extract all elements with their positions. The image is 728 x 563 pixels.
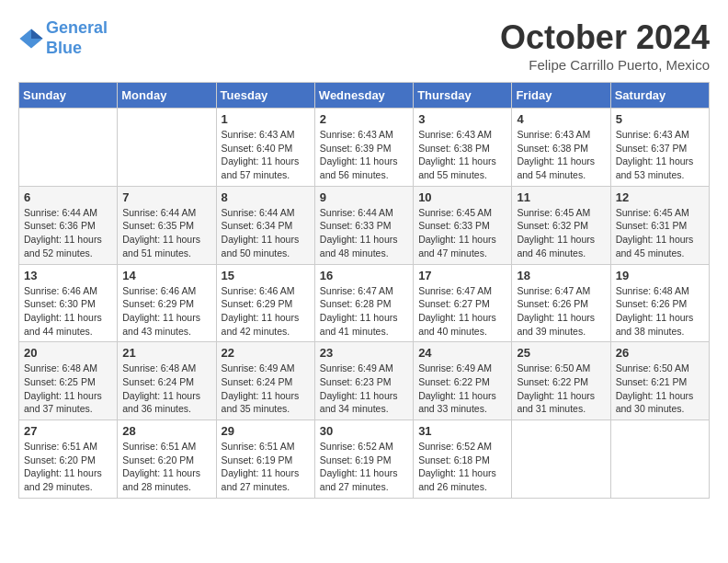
day-number: 26: [616, 346, 704, 360]
week-row-3: 13 Sunrise: 6:46 AM Sunset: 6:30 PM Dayl…: [19, 264, 710, 342]
daylight: Daylight: 11 hours and 57 minutes.: [222, 155, 300, 180]
day-info: Sunrise: 6:49 AM Sunset: 6:24 PM Dayligh…: [222, 362, 310, 416]
day-number: 30: [320, 424, 408, 438]
sunset: Sunset: 6:22 PM: [517, 376, 588, 387]
calendar-cell: 3 Sunrise: 6:43 AM Sunset: 6:38 PM Dayli…: [414, 109, 512, 187]
day-number: 4: [517, 112, 605, 126]
daylight: Daylight: 11 hours and 31 minutes.: [517, 390, 595, 415]
sunrise: Sunrise: 6:47 AM: [320, 285, 393, 296]
daylight: Daylight: 11 hours and 44 minutes.: [24, 312, 102, 337]
daylight: Daylight: 11 hours and 51 minutes.: [122, 234, 200, 259]
daylight: Daylight: 11 hours and 54 minutes.: [517, 155, 595, 180]
day-number: 29: [222, 424, 310, 438]
calendar-cell: 18 Sunrise: 6:47 AM Sunset: 6:26 PM Dayl…: [512, 264, 610, 342]
daylight: Daylight: 11 hours and 29 minutes.: [24, 467, 102, 492]
day-number: 23: [320, 346, 408, 360]
week-row-1: 1 Sunrise: 6:43 AM Sunset: 6:40 PM Dayli…: [19, 109, 710, 187]
daylight: Daylight: 11 hours and 50 minutes.: [222, 234, 300, 259]
day-number: 21: [122, 346, 210, 360]
calendar-cell: 11 Sunrise: 6:45 AM Sunset: 6:32 PM Dayl…: [512, 186, 610, 264]
sunset: Sunset: 6:26 PM: [517, 298, 588, 309]
day-info: Sunrise: 6:45 AM Sunset: 6:32 PM Dayligh…: [517, 206, 605, 260]
title-block: October 2024 Felipe Carrillo Puerto, Mex…: [500, 18, 710, 73]
day-info: Sunrise: 6:48 AM Sunset: 6:26 PM Dayligh…: [616, 284, 704, 339]
sunset: Sunset: 6:32 PM: [517, 220, 588, 231]
calendar-cell: 19 Sunrise: 6:48 AM Sunset: 6:26 PM Dayl…: [610, 264, 709, 342]
sunrise: Sunrise: 6:44 AM: [122, 207, 196, 218]
daylight: Daylight: 11 hours and 28 minutes.: [122, 467, 200, 492]
day-number: 14: [122, 269, 210, 282]
calendar-cell: 8 Sunrise: 6:44 AM Sunset: 6:34 PM Dayli…: [216, 186, 314, 264]
column-header-tuesday: Tuesday: [216, 83, 314, 109]
column-header-sunday: Sunday: [19, 83, 118, 109]
day-number: 18: [517, 269, 605, 282]
column-header-monday: Monday: [118, 83, 216, 109]
sunset: Sunset: 6:27 PM: [418, 298, 490, 309]
sunset: Sunset: 6:28 PM: [320, 298, 392, 309]
column-header-wednesday: Wednesday: [314, 83, 413, 109]
sunset: Sunset: 6:29 PM: [222, 298, 293, 309]
sunrise: Sunrise: 6:43 AM: [517, 129, 590, 140]
day-number: 7: [122, 190, 210, 204]
day-info: Sunrise: 6:44 AM Sunset: 6:35 PM Dayligh…: [122, 206, 210, 260]
day-info: Sunrise: 6:44 AM Sunset: 6:33 PM Dayligh…: [320, 206, 408, 260]
sunrise: Sunrise: 6:51 AM: [222, 441, 295, 452]
calendar-cell: 10 Sunrise: 6:45 AM Sunset: 6:33 PM Dayl…: [414, 186, 512, 264]
day-info: Sunrise: 6:46 AM Sunset: 6:30 PM Dayligh…: [24, 284, 112, 339]
day-info: Sunrise: 6:43 AM Sunset: 6:40 PM Dayligh…: [222, 128, 310, 182]
calendar-cell: 28 Sunrise: 6:51 AM Sunset: 6:20 PM Dayl…: [118, 420, 216, 499]
sunrise: Sunrise: 6:52 AM: [320, 441, 393, 452]
sunrise: Sunrise: 6:48 AM: [24, 362, 97, 373]
calendar-cell: 1 Sunrise: 6:43 AM Sunset: 6:40 PM Dayli…: [216, 109, 314, 187]
day-info: Sunrise: 6:51 AM Sunset: 6:19 PM Dayligh…: [222, 440, 310, 494]
sunset: Sunset: 6:20 PM: [122, 454, 194, 465]
column-header-friday: Friday: [512, 83, 610, 109]
day-number: 5: [616, 112, 704, 126]
daylight: Daylight: 11 hours and 40 minutes.: [418, 312, 496, 337]
week-row-5: 27 Sunrise: 6:51 AM Sunset: 6:20 PM Dayl…: [19, 420, 710, 499]
sunrise: Sunrise: 6:50 AM: [517, 362, 590, 373]
day-info: Sunrise: 6:46 AM Sunset: 6:29 PM Dayligh…: [222, 284, 310, 339]
daylight: Daylight: 11 hours and 47 minutes.: [418, 234, 496, 259]
sunset: Sunset: 6:35 PM: [122, 220, 194, 231]
daylight: Daylight: 11 hours and 56 minutes.: [320, 155, 398, 180]
sunrise: Sunrise: 6:50 AM: [616, 362, 689, 373]
calendar-cell: 26 Sunrise: 6:50 AM Sunset: 6:21 PM Dayl…: [610, 342, 709, 420]
daylight: Daylight: 11 hours and 35 minutes.: [222, 390, 300, 415]
calendar-table: SundayMondayTuesdayWednesdayThursdayFrid…: [18, 82, 710, 499]
daylight: Daylight: 11 hours and 43 minutes.: [122, 312, 200, 337]
location: Felipe Carrillo Puerto, Mexico: [500, 57, 710, 73]
calendar-cell: 22 Sunrise: 6:49 AM Sunset: 6:24 PM Dayl…: [216, 342, 314, 420]
calendar-cell: 13 Sunrise: 6:46 AM Sunset: 6:30 PM Dayl…: [19, 264, 118, 342]
day-number: 9: [320, 190, 408, 204]
daylight: Daylight: 11 hours and 34 minutes.: [320, 390, 398, 415]
sunset: Sunset: 6:23 PM: [320, 376, 392, 387]
sunset: Sunset: 6:34 PM: [222, 220, 293, 231]
day-number: 31: [418, 424, 506, 438]
day-number: 28: [122, 424, 210, 438]
sunrise: Sunrise: 6:43 AM: [616, 129, 689, 140]
calendar-cell: 9 Sunrise: 6:44 AM Sunset: 6:33 PM Dayli…: [314, 186, 413, 264]
sunset: Sunset: 6:19 PM: [320, 454, 392, 465]
sunset: Sunset: 6:33 PM: [418, 220, 490, 231]
sunrise: Sunrise: 6:46 AM: [24, 285, 97, 296]
sunrise: Sunrise: 6:43 AM: [222, 129, 295, 140]
day-info: Sunrise: 6:50 AM Sunset: 6:22 PM Dayligh…: [517, 362, 605, 416]
sunset: Sunset: 6:40 PM: [222, 143, 293, 154]
day-number: 12: [616, 190, 704, 204]
daylight: Daylight: 11 hours and 41 minutes.: [320, 312, 398, 337]
day-info: Sunrise: 6:47 AM Sunset: 6:28 PM Dayligh…: [320, 284, 408, 339]
day-info: Sunrise: 6:50 AM Sunset: 6:21 PM Dayligh…: [616, 362, 704, 416]
day-number: 19: [616, 269, 704, 282]
day-info: Sunrise: 6:49 AM Sunset: 6:23 PM Dayligh…: [320, 362, 408, 416]
calendar-cell: 20 Sunrise: 6:48 AM Sunset: 6:25 PM Dayl…: [19, 342, 118, 420]
day-info: Sunrise: 6:52 AM Sunset: 6:19 PM Dayligh…: [320, 440, 408, 494]
sunset: Sunset: 6:18 PM: [418, 454, 490, 465]
daylight: Daylight: 11 hours and 55 minutes.: [418, 155, 496, 180]
sunset: Sunset: 6:36 PM: [24, 220, 96, 231]
day-number: 13: [24, 269, 112, 282]
day-number: 24: [418, 346, 506, 360]
day-number: 10: [418, 190, 506, 204]
calendar-cell: 21 Sunrise: 6:48 AM Sunset: 6:24 PM Dayl…: [118, 342, 216, 420]
day-info: Sunrise: 6:43 AM Sunset: 6:38 PM Dayligh…: [418, 128, 506, 182]
